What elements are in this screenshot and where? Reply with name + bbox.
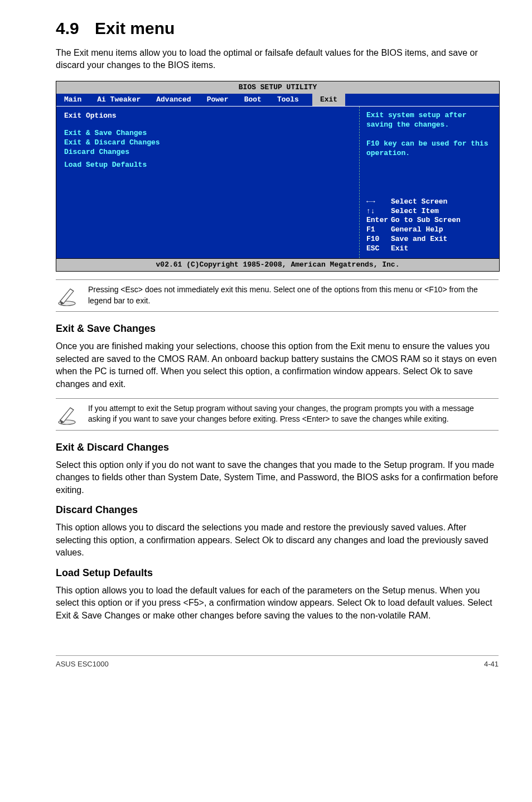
bios-footer: v02.61 (C)Copyright 1985-2008, American … (56, 258, 499, 271)
bios-right-pane: Exit system setup after saving the chang… (360, 107, 499, 258)
key-desc-save-exit: Save and Exit (391, 235, 447, 243)
key-f1: F1 (366, 225, 391, 235)
pencil-icon (56, 284, 78, 307)
bios-title: BIOS SETUP UTILITY (56, 81, 499, 94)
bios-tab-tools: Tools (269, 94, 307, 106)
intro-paragraph: The Exit menu items allow you to load th… (56, 47, 499, 72)
heading-exit-save-changes: Exit & Save Changes (56, 322, 499, 336)
key-desc-sub-screen: Go to Sub Screen (391, 216, 461, 224)
bios-tab-power: Power (199, 94, 236, 106)
footer-left: ASUS ESC1000 (56, 659, 109, 669)
bios-left-pane: Exit Options Exit & Save Changes Exit & … (56, 107, 360, 258)
key-esc: ESC (366, 244, 391, 254)
paragraph-discard-changes: This option allows you to discard the se… (56, 521, 499, 559)
exit-options-heading: Exit Options (64, 111, 351, 121)
footer-right: 4-41 (484, 659, 499, 669)
heading-exit-discard-changes: Exit & Discard Changes (56, 441, 499, 455)
bios-tab-bar: Main Ai Tweaker Advanced Power Boot Tool… (56, 94, 499, 106)
bios-screenshot: BIOS SETUP UTILITY Main Ai Tweaker Advan… (56, 81, 500, 272)
heading-discard-changes: Discard Changes (56, 503, 499, 517)
key-arrows-lr: ←→ (366, 197, 391, 207)
page-heading: 4.9Exit menu (56, 17, 499, 40)
menu-exit-discard-changes: Exit & Discard Changes (64, 138, 351, 148)
bios-tab-exit: Exit (312, 94, 345, 106)
paragraph-exit-save-changes: Once you are finished making your select… (56, 340, 499, 390)
pencil-icon (56, 403, 78, 426)
note-block-2: If you attempt to exit the Setup program… (56, 398, 499, 431)
page-footer: ASUS ESC1000 4-41 (56, 655, 499, 669)
menu-discard-changes: Discard Changes (64, 148, 351, 157)
key-arrows-ud: ↑↓ (366, 207, 391, 216)
bios-tab-boot: Boot (236, 94, 269, 106)
bios-tab-ai-tweaker: Ai Tweaker (89, 94, 148, 106)
key-enter: Enter (366, 216, 391, 225)
menu-exit-save-changes: Exit & Save Changes (64, 129, 351, 138)
key-desc-exit: Exit (391, 244, 408, 253)
bios-tab-main: Main (56, 94, 89, 106)
paragraph-exit-discard-changes: Select this option only if you do not wa… (56, 459, 499, 496)
paragraph-load-setup-defaults: This option allows you to load the defau… (56, 584, 499, 622)
bios-tab-advanced: Advanced (148, 94, 199, 106)
note-block-1: Pressing <Esc> does not immediately exit… (56, 279, 499, 312)
menu-load-setup-defaults: Load Setup Defaults (64, 161, 351, 170)
bios-help-text: Exit system setup after saving the chang… (366, 111, 492, 158)
note-text-2: If you attempt to exit the Setup program… (88, 403, 499, 425)
bios-key-legend: ←→Select Screen ↑↓Select Item EnterGo to… (366, 197, 492, 254)
key-desc-select-item: Select Item (391, 207, 439, 215)
section-number: 4.9 (56, 17, 95, 40)
note-text-1: Pressing <Esc> does not immediately exit… (88, 284, 499, 306)
section-title: Exit menu (95, 19, 175, 37)
key-desc-select-screen: Select Screen (391, 197, 447, 206)
heading-load-setup-defaults: Load Setup Defaults (56, 566, 499, 580)
key-desc-general-help: General Help (391, 225, 443, 234)
key-f10: F10 (366, 235, 391, 244)
